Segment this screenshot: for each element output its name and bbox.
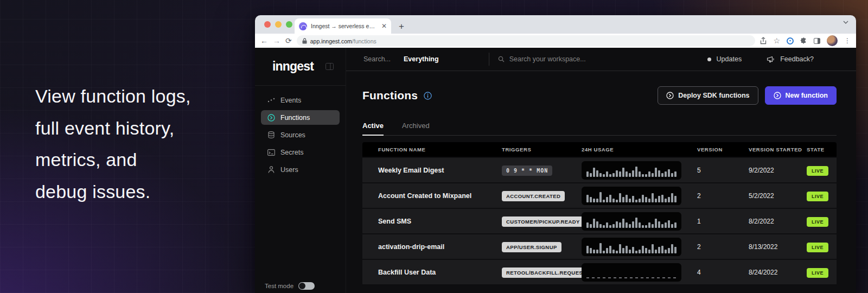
function-name[interactable]: Account Created to Mixpanel bbox=[378, 192, 502, 200]
sidebar-item-label: Users bbox=[280, 166, 298, 174]
minimize-window-button[interactable] bbox=[275, 21, 282, 28]
functions-table: FUNCTION NAMETRIGGERS24H USAGEVERSIONVER… bbox=[362, 142, 837, 284]
function-name[interactable]: Send SMS bbox=[378, 218, 502, 225]
sidebar-item-label: Events bbox=[280, 97, 301, 104]
page-background: View function logs, full event history, … bbox=[0, 0, 868, 293]
deploy-circle-icon bbox=[666, 92, 674, 99]
usage-empty-baseline bbox=[586, 277, 676, 278]
search-scope-everything[interactable]: Everything bbox=[404, 55, 439, 63]
share-icon[interactable] bbox=[760, 37, 767, 44]
table-row[interactable]: Backfill User DataRETOOL/BACKFILL.REQUES… bbox=[362, 260, 837, 284]
reload-button[interactable]: ⟳ bbox=[285, 37, 292, 44]
state-live-badge: LIVE bbox=[807, 217, 828, 227]
feedback-link[interactable]: Feedback? bbox=[780, 55, 814, 63]
hero-text: View function logs, full event history, … bbox=[35, 80, 191, 207]
main-area: Search... Everything Search your workspa… bbox=[346, 48, 856, 293]
new-function-button[interactable]: New function bbox=[765, 86, 837, 105]
usage-sparkline bbox=[582, 161, 681, 180]
sidebar-item-label: Secrets bbox=[280, 149, 303, 156]
tab-close-icon[interactable]: ✕ bbox=[381, 23, 387, 29]
trigger-badge: 0 9 * * MON bbox=[502, 165, 552, 176]
maximize-window-button[interactable] bbox=[286, 21, 292, 28]
column-header: VERSION bbox=[697, 146, 749, 152]
sidebar-item-secrets[interactable]: Secrets bbox=[261, 145, 340, 160]
window-controls[interactable] bbox=[264, 21, 292, 28]
side-panel-icon[interactable] bbox=[814, 38, 820, 44]
function-tabs: Active Archived bbox=[362, 122, 837, 136]
megaphone-icon bbox=[767, 56, 775, 63]
updates-link[interactable]: Updates bbox=[717, 55, 742, 63]
inngest-logo: inngest bbox=[272, 59, 314, 74]
trigger-badge: APP/USER.SIGNUP bbox=[502, 242, 561, 252]
function-name[interactable]: Backfill User Data bbox=[378, 269, 502, 276]
url-box[interactable]: app.inngest.com/functions bbox=[297, 35, 756, 46]
functions-icon bbox=[267, 114, 275, 122]
sidebar-item-label: Functions bbox=[280, 114, 310, 122]
version-value: 2 bbox=[697, 192, 749, 200]
close-window-button[interactable] bbox=[264, 21, 271, 28]
sidebar-item-sources[interactable]: Sources bbox=[261, 128, 340, 142]
collapse-sidebar-icon[interactable] bbox=[326, 63, 334, 70]
sidebar-item-functions[interactable]: Functions bbox=[261, 110, 340, 125]
usage-sparkline bbox=[582, 238, 681, 256]
lock-icon bbox=[302, 38, 307, 44]
version-value: 4 bbox=[697, 269, 749, 276]
state-live-badge: LIVE bbox=[807, 268, 828, 278]
search-icon bbox=[498, 56, 505, 62]
password-manager-icon[interactable] bbox=[787, 37, 794, 44]
table-body: Weekly Email Digest0 9 * * MON59/2/2022L… bbox=[362, 158, 837, 284]
updates-dot-icon bbox=[707, 58, 711, 61]
events-icon bbox=[267, 98, 275, 103]
url-host: app.inngest.com bbox=[310, 38, 352, 44]
workspace-topbar: Search... Everything Search your workspa… bbox=[346, 48, 856, 71]
sidebar: inngest EventsFunctionsSourcesSecretsUse… bbox=[255, 48, 346, 293]
bookmark-star-icon[interactable]: ☆ bbox=[773, 36, 780, 45]
hero-line: metrics, and bbox=[35, 144, 191, 176]
version-started-value: 8/2/2022 bbox=[749, 218, 807, 225]
sources-icon bbox=[267, 131, 275, 138]
table-row[interactable]: Send SMSCUSTOMER/PICKUP.READY18/2/2022LI… bbox=[362, 209, 837, 233]
column-header: 24H USAGE bbox=[582, 146, 697, 152]
table-row[interactable]: Account Created to MixpanelACCOUNT.CREAT… bbox=[362, 183, 837, 208]
deploy-sdk-functions-button[interactable]: Deploy SDK functions bbox=[658, 86, 758, 105]
functions-page: Functions Deploy SDK functions New bbox=[346, 71, 856, 293]
table-header: FUNCTION NAMETRIGGERS24H USAGEVERSIONVER… bbox=[362, 142, 837, 157]
chevron-down-icon[interactable] bbox=[843, 21, 848, 24]
version-started-value: 8/24/2022 bbox=[749, 269, 807, 276]
table-row[interactable]: Weekly Email Digest0 9 * * MON59/2/2022L… bbox=[362, 158, 837, 182]
sidebar-item-events[interactable]: Events bbox=[261, 93, 340, 107]
state-live-badge: LIVE bbox=[807, 243, 828, 252]
usage-sparkline bbox=[582, 263, 681, 282]
column-header: FUNCTION NAME bbox=[378, 146, 502, 152]
workspace-search-input[interactable]: Search your workspace... bbox=[509, 55, 586, 63]
version-started-value: 8/13/2022 bbox=[749, 243, 807, 251]
tab-title: Inngest → serverless event-dri bbox=[311, 23, 378, 29]
tab-active[interactable]: Active bbox=[362, 122, 384, 136]
page-title: Functions bbox=[362, 89, 418, 102]
trigger-badge: CUSTOMER/PICKUP.READY bbox=[502, 216, 584, 227]
tab-archived[interactable]: Archived bbox=[402, 122, 430, 135]
new-function-circle-icon bbox=[774, 92, 781, 99]
sidebar-item-users[interactable]: Users bbox=[261, 162, 340, 177]
browser-menu-icon[interactable]: ⋮ bbox=[844, 37, 851, 44]
search-menu-label[interactable]: Search... bbox=[363, 55, 391, 63]
users-icon bbox=[267, 166, 275, 173]
back-button[interactable]: ← bbox=[260, 37, 268, 44]
hero-line: View function logs, bbox=[35, 80, 191, 112]
topbar-divider bbox=[489, 53, 489, 66]
version-value: 5 bbox=[697, 167, 749, 174]
hero-line: full event history, bbox=[35, 112, 191, 144]
inngest-favicon-icon bbox=[299, 22, 307, 30]
info-icon[interactable] bbox=[424, 92, 432, 100]
browser-tab[interactable]: Inngest → serverless event-dri ✕ bbox=[295, 18, 391, 34]
function-name[interactable]: Weekly Email Digest bbox=[378, 167, 502, 174]
profile-avatar[interactable] bbox=[827, 35, 838, 46]
test-mode-toggle[interactable] bbox=[298, 282, 315, 290]
test-mode-label: Test mode bbox=[265, 283, 293, 289]
new-tab-button[interactable]: + bbox=[399, 22, 404, 31]
table-row[interactable]: activation-drip-emailAPP/USER.SIGNUP28/1… bbox=[362, 234, 837, 259]
forward-button[interactable]: → bbox=[273, 37, 280, 44]
extensions-puzzle-icon[interactable] bbox=[800, 37, 807, 44]
secrets-icon bbox=[267, 149, 275, 156]
function-name[interactable]: activation-drip-email bbox=[378, 243, 502, 251]
